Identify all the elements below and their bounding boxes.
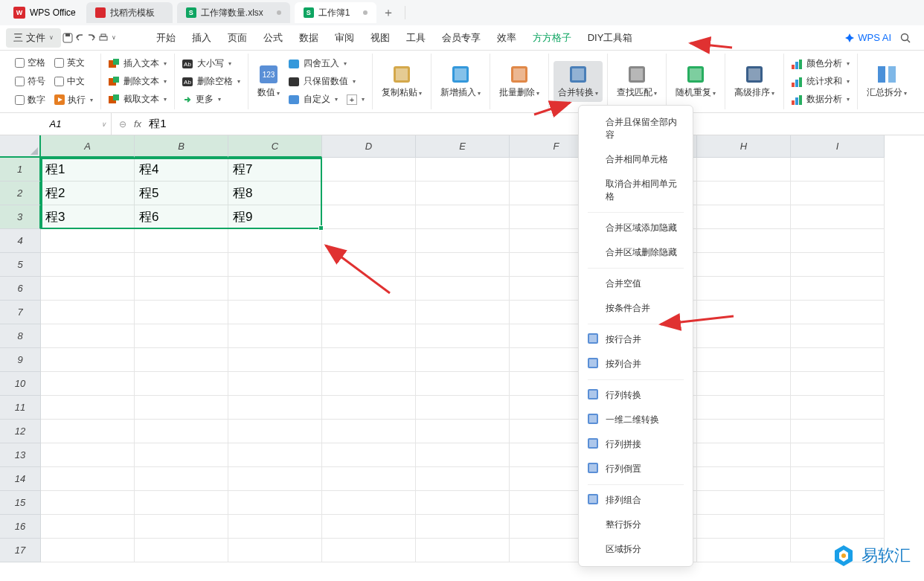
cell[interactable] bbox=[697, 253, 791, 277]
menu-item[interactable]: 一维二维转换 bbox=[579, 408, 693, 432]
row-header[interactable]: 4 bbox=[0, 229, 41, 253]
cell[interactable] bbox=[791, 253, 885, 277]
save-icon[interactable] bbox=[62, 33, 73, 43]
menu-tab[interactable]: 数据 bbox=[292, 27, 326, 49]
cell[interactable]: 程8 bbox=[228, 182, 322, 205]
cell[interactable] bbox=[697, 229, 791, 253]
cell[interactable] bbox=[322, 515, 416, 539]
cancel-icon[interactable]: ⊖ bbox=[119, 119, 126, 129]
cell[interactable] bbox=[416, 491, 510, 515]
cell[interactable] bbox=[791, 443, 885, 467]
ribbon-big-button[interactable]: 高级排序▾ bbox=[730, 61, 779, 102]
value-action[interactable]: 自定义▾+▾ bbox=[286, 92, 368, 107]
cell[interactable] bbox=[41, 443, 135, 467]
cell[interactable] bbox=[697, 396, 791, 420]
menu-tab[interactable]: 插入 bbox=[185, 27, 219, 49]
menu-item[interactable]: 排列组合 bbox=[579, 488, 693, 513]
cell[interactable] bbox=[697, 324, 791, 348]
cell[interactable] bbox=[416, 348, 510, 372]
cell[interactable] bbox=[228, 229, 322, 253]
cell[interactable] bbox=[135, 372, 228, 396]
menu-tab[interactable]: 页面 bbox=[220, 27, 254, 49]
cell[interactable] bbox=[228, 348, 322, 372]
cell[interactable] bbox=[135, 277, 228, 301]
menu-item[interactable]: 合并空值 bbox=[579, 272, 693, 296]
menu-item[interactable]: 合并区域删除隐藏 bbox=[579, 240, 693, 265]
cell[interactable] bbox=[135, 348, 228, 372]
cell[interactable] bbox=[41, 467, 135, 491]
row-header[interactable]: 11 bbox=[0, 396, 41, 420]
cell[interactable] bbox=[416, 396, 510, 420]
case-action[interactable]: 更多▾ bbox=[179, 92, 243, 107]
cell[interactable] bbox=[791, 277, 885, 301]
cell[interactable] bbox=[41, 515, 135, 539]
row-header[interactable]: 15 bbox=[0, 491, 41, 515]
row-header[interactable]: 1 bbox=[0, 158, 41, 182]
cell[interactable]: 程7 bbox=[228, 158, 322, 182]
cell[interactable] bbox=[228, 277, 322, 301]
cell[interactable] bbox=[228, 420, 322, 443]
cell[interactable] bbox=[135, 491, 228, 515]
value-action[interactable]: 只保留数值▾ bbox=[286, 74, 368, 89]
formula-input[interactable] bbox=[149, 118, 917, 130]
cell[interactable] bbox=[322, 491, 416, 515]
cell[interactable] bbox=[228, 253, 322, 277]
menu-tab[interactable]: 工具 bbox=[399, 27, 433, 49]
menu-item[interactable]: 行列倒置 bbox=[579, 457, 693, 481]
cell[interactable] bbox=[416, 515, 510, 539]
cell[interactable] bbox=[228, 396, 322, 420]
name-box-dropdown-icon[interactable]: ∨ bbox=[101, 121, 106, 128]
analysis-action[interactable]: 颜色分析▾ bbox=[789, 56, 853, 71]
menu-tab[interactable]: 效率 bbox=[490, 27, 524, 49]
cell[interactable] bbox=[416, 158, 510, 182]
cell[interactable] bbox=[135, 467, 228, 491]
cell[interactable] bbox=[228, 372, 322, 396]
menu-tab[interactable]: 方方格子 bbox=[525, 27, 579, 49]
cell[interactable] bbox=[416, 372, 510, 396]
select-all-corner[interactable] bbox=[0, 135, 41, 158]
cell[interactable] bbox=[416, 420, 510, 443]
cell[interactable]: 程4 bbox=[135, 158, 228, 182]
ribbon-big-button[interactable]: 复制粘贴▾ bbox=[377, 61, 426, 102]
cell[interactable]: 程2 bbox=[41, 182, 135, 205]
cell[interactable] bbox=[791, 467, 885, 491]
cell[interactable] bbox=[322, 420, 416, 443]
cell[interactable]: 程9 bbox=[228, 205, 322, 229]
cell[interactable] bbox=[135, 301, 228, 324]
wps-ai-button[interactable]: WPS AI bbox=[844, 32, 891, 43]
cell[interactable] bbox=[697, 372, 791, 396]
cell[interactable] bbox=[41, 539, 135, 562]
cell[interactable] bbox=[791, 229, 885, 253]
cell[interactable] bbox=[697, 348, 791, 372]
document-tab[interactable]: S工作簿1 bbox=[295, 2, 377, 23]
row-header[interactable]: 3 bbox=[0, 205, 41, 229]
plus-icon[interactable]: + bbox=[347, 94, 357, 105]
cell[interactable] bbox=[135, 396, 228, 420]
menu-item[interactable]: 整行拆分 bbox=[579, 513, 693, 537]
menu-tab[interactable]: 视图 bbox=[363, 27, 397, 49]
cell[interactable] bbox=[416, 229, 510, 253]
column-header[interactable]: I bbox=[791, 135, 885, 158]
ribbon-big-button[interactable]: 合并转换▾ bbox=[554, 61, 603, 102]
summary-split-button[interactable]: 汇总拆分▾ bbox=[862, 61, 911, 102]
cell[interactable] bbox=[322, 324, 416, 348]
analysis-action[interactable]: 数据分析▾ bbox=[789, 92, 853, 107]
cell[interactable] bbox=[416, 182, 510, 205]
cell[interactable] bbox=[322, 277, 416, 301]
quickbar-more-icon[interactable]: ∨ bbox=[112, 34, 116, 41]
ribbon-big-button[interactable]: 随机重复▾ bbox=[671, 61, 720, 102]
cell[interactable] bbox=[697, 467, 791, 491]
menu-item[interactable]: 合并区域添加隐藏 bbox=[579, 216, 693, 240]
filter-checkbox[interactable]: 英文 bbox=[51, 55, 88, 71]
cell[interactable]: 程3 bbox=[41, 205, 135, 229]
cell[interactable] bbox=[322, 301, 416, 324]
cell[interactable] bbox=[697, 539, 791, 562]
file-menu[interactable]: 三 文件∨ bbox=[6, 28, 61, 48]
cell[interactable] bbox=[697, 515, 791, 539]
cell[interactable]: 程6 bbox=[135, 205, 228, 229]
menu-item[interactable]: 按行合并 bbox=[579, 327, 693, 352]
cell[interactable]: 程1 bbox=[41, 158, 135, 182]
text-action[interactable]: 截取文本▾ bbox=[106, 92, 170, 107]
row-header[interactable]: 5 bbox=[0, 253, 41, 277]
cell[interactable] bbox=[322, 158, 416, 182]
